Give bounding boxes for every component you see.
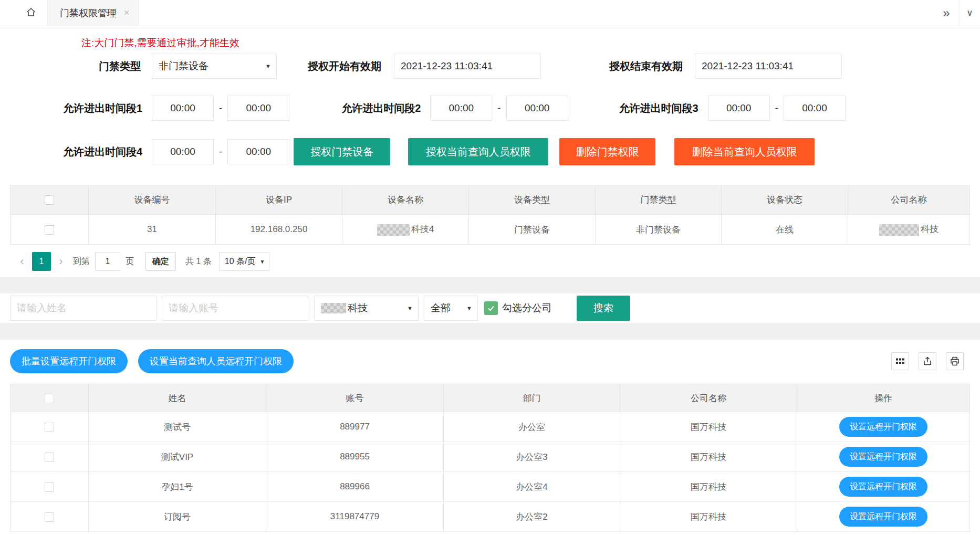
period-2-from-input[interactable] bbox=[430, 96, 492, 121]
goto-suffix-label: 页 bbox=[126, 256, 134, 267]
authorize-current-people-button[interactable]: 授权当前查询人员权限 bbox=[408, 138, 548, 165]
current-query-remote-open-button[interactable]: 设置当前查询人员远程开门权限 bbox=[138, 349, 294, 373]
auth-end-input[interactable] bbox=[695, 54, 842, 79]
person-account-cell: 889977 bbox=[266, 412, 444, 442]
branch-filter-checkbox-checked[interactable] bbox=[484, 301, 498, 315]
caret-down-icon: ▼ bbox=[260, 259, 265, 265]
person-row-checkbox[interactable] bbox=[45, 482, 54, 492]
device-company-cell: 科技 bbox=[848, 215, 970, 245]
auth-start-input[interactable] bbox=[394, 54, 541, 79]
person-row: 测试号 889977 办公室 国万科技 设置远程开门权限 bbox=[11, 412, 970, 442]
search-card: 科技 ▼ 全部 ▼ 勾选分公司 搜索 bbox=[0, 293, 980, 323]
tab-access-permission-management[interactable]: 门禁权限管理 × bbox=[47, 0, 139, 26]
check-icon bbox=[487, 304, 495, 312]
home-icon bbox=[26, 7, 36, 19]
section-divider bbox=[0, 277, 980, 293]
caret-down-icon: ▼ bbox=[407, 305, 413, 311]
next-page-icon[interactable]: › bbox=[54, 252, 68, 271]
person-dept-cell: 办公室 bbox=[444, 412, 620, 442]
device-ip-cell: 192.168.0.250 bbox=[216, 215, 342, 245]
section-divider bbox=[0, 323, 980, 340]
person-account-cell: 889955 bbox=[266, 442, 444, 472]
people-toolbar: 批量设置远程开门权限 设置当前查询人员远程开门权限 bbox=[10, 349, 970, 373]
name-search-input[interactable] bbox=[10, 296, 157, 321]
form-row-3: 允许进出时间段4 - 授权门禁设备 授权当前查询人员权限 删除门禁权限 删除当前… bbox=[0, 138, 980, 165]
device-row-checkbox[interactable] bbox=[45, 225, 54, 235]
person-account-cell: 889966 bbox=[266, 472, 444, 502]
device-no-cell: 31 bbox=[89, 215, 216, 245]
tab-bar: 门禁权限管理 × » ∨ bbox=[0, 0, 980, 26]
print-button[interactable] bbox=[946, 352, 964, 370]
col-header-name: 姓名 bbox=[89, 384, 266, 412]
export-icon bbox=[923, 356, 932, 366]
select-all-devices-checkbox[interactable] bbox=[45, 195, 54, 205]
device-table-pagination: ‹ 1 › 到第 页 确定 共 1 条 10 条/页 ▼ bbox=[15, 252, 980, 277]
goto-page-input[interactable] bbox=[95, 252, 120, 271]
redacted-blur bbox=[377, 224, 410, 236]
device-status-cell: 在线 bbox=[722, 215, 848, 245]
person-row-checkbox[interactable] bbox=[45, 512, 54, 522]
home-tab[interactable] bbox=[15, 0, 47, 26]
people-card: 批量设置远程开门权限 设置当前查询人员远程开门权限 姓名 bbox=[0, 340, 980, 532]
expand-tabs-icon[interactable]: » bbox=[934, 0, 959, 26]
col-header-company-name: 公司名称 bbox=[848, 185, 970, 215]
authorize-device-button[interactable]: 授权门禁设备 bbox=[294, 138, 390, 165]
dash-separator: - bbox=[497, 102, 501, 114]
col-header-company: 公司名称 bbox=[620, 384, 797, 412]
person-row-checkbox[interactable] bbox=[45, 453, 54, 462]
person-dept-cell: 办公室4 bbox=[444, 472, 620, 502]
period-4-to-input[interactable] bbox=[227, 139, 289, 164]
period-1-to-input[interactable] bbox=[227, 96, 289, 121]
col-header-device-no: 设备编号 bbox=[89, 185, 216, 215]
branch-select-value: 全部 bbox=[431, 301, 451, 315]
set-remote-open-permission-button[interactable]: 设置远程开门权限 bbox=[839, 447, 927, 467]
period-1-label: 允许进出时间段1 bbox=[0, 101, 142, 116]
period-3-label: 允许进出时间段3 bbox=[568, 101, 698, 116]
device-name-visible: 科技4 bbox=[411, 224, 434, 234]
company-select[interactable]: 科技 ▼ bbox=[314, 296, 419, 321]
close-tab-icon[interactable]: × bbox=[124, 7, 130, 18]
device-type-cell: 门禁设备 bbox=[469, 215, 596, 245]
col-header-device-ip: 设备IP bbox=[216, 185, 342, 215]
set-remote-open-permission-button[interactable]: 设置远程开门权限 bbox=[839, 477, 927, 497]
account-search-input[interactable] bbox=[162, 296, 308, 321]
col-header-device-name: 设备名称 bbox=[342, 185, 469, 215]
form-row-1: 门禁类型 非门禁设备 ▼ 授权开始有效期 授权结束有效期 bbox=[0, 54, 980, 79]
period-1-from-input[interactable] bbox=[152, 96, 214, 121]
people-table-header-row: 姓名 账号 部门 公司名称 操作 bbox=[11, 384, 970, 412]
company-name-visible: 科技 bbox=[921, 224, 939, 234]
period-2-to-input[interactable] bbox=[506, 96, 568, 121]
person-row: 测试VIP 889955 办公室3 国万科技 设置远程开门权限 bbox=[11, 442, 970, 472]
set-remote-open-permission-button[interactable]: 设置远程开门权限 bbox=[839, 507, 927, 527]
goto-confirm-button[interactable]: 确定 bbox=[145, 252, 176, 271]
tabbar-spacer bbox=[139, 0, 934, 26]
export-button[interactable] bbox=[919, 352, 936, 370]
person-name-cell: 孕妇1号 bbox=[89, 472, 266, 502]
caret-down-icon: ▼ bbox=[265, 63, 271, 69]
device-table-wrap: 设备编号 设备IP 设备名称 设备类型 门禁类型 设备状态 公司名称 31 19… bbox=[10, 185, 970, 245]
col-header-actions: 操作 bbox=[797, 384, 970, 412]
filter-columns-button[interactable] bbox=[891, 352, 909, 370]
period-3-from-input[interactable] bbox=[708, 96, 770, 121]
current-page-button[interactable]: 1 bbox=[32, 252, 51, 271]
batch-remote-open-button[interactable]: 批量设置远程开门权限 bbox=[10, 349, 128, 373]
dash-separator: - bbox=[775, 102, 778, 114]
branch-select[interactable]: 全部 ▼ bbox=[424, 296, 478, 321]
access-type-select[interactable]: 非门禁设备 ▼ bbox=[152, 54, 277, 79]
prev-page-icon[interactable]: ‹ bbox=[15, 252, 29, 271]
period-2-label: 允许进出时间段2 bbox=[289, 101, 421, 116]
page-size-select[interactable]: 10 条/页 ▼ bbox=[219, 252, 270, 271]
set-remote-open-permission-button[interactable]: 设置远程开门权限 bbox=[839, 417, 927, 437]
print-icon bbox=[950, 356, 960, 366]
period-4-from-input[interactable] bbox=[152, 139, 214, 164]
select-all-people-checkbox[interactable] bbox=[45, 394, 54, 403]
search-button[interactable]: 搜索 bbox=[577, 296, 630, 321]
person-company-cell: 国万科技 bbox=[620, 412, 797, 442]
delete-permission-button[interactable]: 删除门禁权限 bbox=[559, 138, 655, 165]
period-3-to-input[interactable] bbox=[784, 96, 846, 121]
people-table: 姓名 账号 部门 公司名称 操作 测试号 889977 办公室 国万科技 设置远… bbox=[10, 384, 970, 532]
delete-current-people-permission-button[interactable]: 删除当前查询人员权限 bbox=[674, 138, 815, 165]
tab-actions-chevron-down-icon[interactable]: ∨ bbox=[959, 0, 980, 26]
total-count-label: 共 1 条 bbox=[185, 256, 212, 267]
person-row-checkbox[interactable] bbox=[45, 423, 54, 432]
